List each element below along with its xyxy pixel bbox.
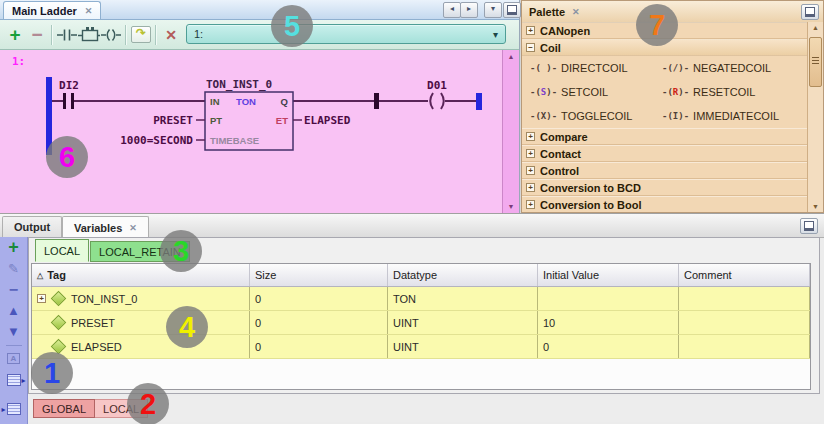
palette-group-compare[interactable]: +Compare [522,128,808,145]
minimize-panel-button[interactable] [801,4,819,20]
coil-glyph-accent: S [541,87,546,97]
minimize-panel-button[interactable] [800,218,818,234]
add-variable-button[interactable]: + [3,239,25,256]
import-table-button[interactable]: ▸ [3,400,25,417]
palette-item-label: SETCOIL [561,86,608,98]
annotation-circle-3: 3 [160,230,202,272]
coil-glyph-accent: R [673,87,678,97]
palette-item-resetcoil[interactable]: -(R)-RESETCOIL [654,80,808,104]
tab-list-dropdown-button[interactable]: ▾ [484,2,502,18]
export-table-button[interactable]: ▸ [3,371,25,388]
scroll-up-icon[interactable]: ▲ [503,53,519,60]
cell-text: UINT [393,341,419,353]
expand-icon[interactable]: + [37,294,46,303]
coil-glyph-icon: -(X)- [530,111,557,121]
column-header-label: Tag [47,269,66,281]
block-type-label: TON [236,96,256,107]
table-row-ton-inst-0[interactable]: +TON_INST_00TON [32,287,810,311]
insert-coil-button[interactable] [100,23,122,47]
expand-icon[interactable]: + [526,26,535,35]
collapse-icon[interactable]: − [526,43,535,52]
scroll-down-icon[interactable]: ▼ [808,203,823,210]
cell-size: 0 [250,335,388,358]
ladder-vertical-scrollbar[interactable]: ▲ ▼ [502,50,519,213]
remove-variable-button[interactable]: − [3,281,25,298]
palette-item-setcoil[interactable]: -(S)-SETCOIL [522,80,654,104]
column-header-datatype[interactable]: Datatype [388,264,538,286]
coil-symbol[interactable] [430,93,444,109]
minimize-panel-button[interactable] [503,2,521,18]
palette-group-conversion-to-bcd[interactable]: +Conversion to BCD [522,179,808,196]
palette-item-label: RESETCOIL [693,86,755,98]
column-header-size[interactable]: Size [250,264,388,286]
tab-main-ladder[interactable]: Main Ladder ✕ [3,1,101,19]
chevron-down-icon: ▾ [491,4,495,13]
palette-scrollbar[interactable]: ▲ ▼ [807,22,823,212]
coil-glyph-icon: -(R)- [662,87,689,97]
scroll-right-button[interactable]: ▸ [460,2,478,18]
close-icon[interactable]: ✕ [129,223,137,233]
palette-group-contact[interactable]: +Contact [522,145,808,162]
auto-rename-button[interactable]: A [3,350,25,367]
remove-rung-button[interactable]: − [26,23,48,47]
add-rung-button[interactable]: + [4,23,26,47]
insert-function-block-button[interactable] [78,23,100,47]
annotation-circle-1: 1 [31,352,73,394]
tab-variables[interactable]: Variables ✕ [62,216,149,238]
tab-global[interactable]: GLOBAL [33,399,95,418]
annotation-circle-4: 4 [166,306,208,348]
assign-action-button[interactable]: ↷ [130,23,152,47]
table-row-preset[interactable]: PRESET0UINT10 [32,311,810,335]
scroll-up-icon[interactable]: ▲ [808,24,823,31]
palette-item-negatedcoil[interactable]: -(/)-NEGATEDCOIL [654,56,808,80]
palette-title: Palette [529,6,565,18]
ladder-canvas[interactable]: 1: DI2 TON_INST_0 IN TON Q PT ET TIMEBAS… [0,50,519,213]
scroll-left-button[interactable]: ◂ [443,2,461,18]
cell-text: PRESET [71,317,115,329]
coil-operand-label: D01 [427,79,447,92]
column-header-label: Size [255,269,276,281]
palette-item-togglecoil[interactable]: -(X)-TOGGLECOIL [522,104,654,128]
coil-glyph-accent: / [673,63,678,73]
coil-glyph-icon: -(S)- [530,87,557,97]
expand-icon[interactable]: + [526,183,535,192]
expand-icon[interactable]: + [526,200,535,209]
cell-size: 0 [250,287,388,310]
tab-local[interactable]: LOCAL [35,239,89,262]
column-header-comment[interactable]: Comment [679,264,810,286]
pt-operand-label: PRESET [153,114,193,127]
delete-selection-button[interactable]: ✕ [160,23,182,47]
expand-icon[interactable]: + [526,132,535,141]
cell-initial-value [538,287,679,310]
scroll-down-icon[interactable]: ▼ [503,203,519,210]
move-up-button[interactable]: ▲ [3,302,25,319]
cell-comment [679,335,810,358]
scrollbar-thumb[interactable] [809,37,822,87]
column-header-initial-value[interactable]: Initial Value [538,264,679,286]
rung-selector-dropdown[interactable]: 1: ▾ [186,24,506,44]
column-header-tag[interactable]: △Tag [32,264,250,286]
palette-group-control[interactable]: +Control [522,162,808,179]
palette-item-label: TOGGLECOIL [561,110,632,122]
variables-editor: + ✎ − ▲ ▼ A ▸ ▸ LOCAL LOCAL_RETAIN △TagS… [0,237,824,424]
up-arrow-icon: ▲ [7,303,20,318]
table-row-elapsed[interactable]: ELAPSED0UINT0 [32,335,810,359]
close-icon[interactable]: ✕ [572,7,580,17]
tab-output[interactable]: Output [2,216,62,237]
move-down-button[interactable]: ▼ [3,323,25,340]
annotation-circle-5: 5 [271,5,313,47]
palette-item-directcoil[interactable]: -( )-DIRECTCOIL [522,56,654,80]
cell-text: 10 [543,317,555,329]
insert-contact-button[interactable] [56,23,78,47]
expand-icon[interactable]: + [526,149,535,158]
close-icon[interactable]: ✕ [85,6,93,16]
palette-item-label: DIRECTCOIL [561,62,628,74]
cell-tag: +TON_INST_0 [32,287,250,310]
expand-icon[interactable]: + [526,166,535,175]
arrow-right-icon: ▸ [467,4,471,13]
palette-group-conversion-to-bool[interactable]: +Conversion to Bool [522,196,808,212]
palette-item-immediatecoil[interactable]: -(I)-IMMEDIATECOIL [654,104,808,128]
ladder-diagram: 1: DI2 TON_INST_0 IN TON Q PT ET TIMEBAS… [0,50,504,213]
edit-variable-button[interactable]: ✎ [3,260,25,277]
palette-items-coil: -( )-DIRECTCOIL-(/)-NEGATEDCOIL-(S)-SETC… [522,56,808,128]
